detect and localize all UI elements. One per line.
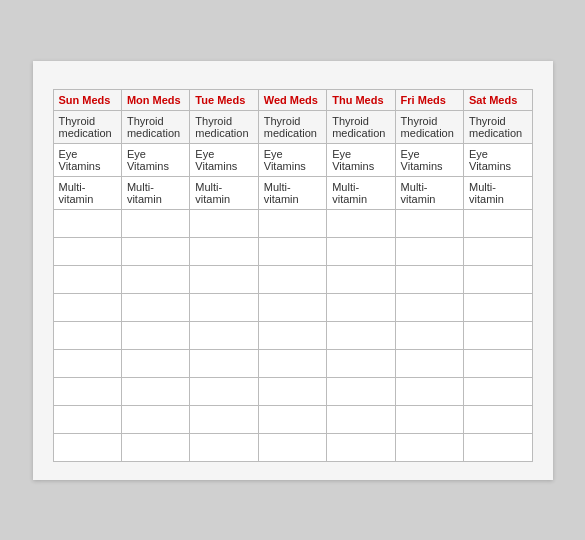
empty-cell	[395, 349, 463, 377]
empty-cell	[53, 209, 121, 237]
cell-wed-1: Eye Vitamins	[258, 143, 326, 176]
col-header-fri: Fri Meds	[395, 89, 463, 110]
empty-cell	[464, 405, 532, 433]
empty-row	[53, 321, 532, 349]
empty-row	[53, 349, 532, 377]
cell-tue-1: Eye Vitamins	[190, 143, 258, 176]
cell-sat-0: Thyroid medication	[464, 110, 532, 143]
medication-schedule-page: Sun MedsMon MedsTue MedsWed MedsThu Meds…	[33, 61, 553, 480]
empty-cell	[121, 433, 189, 461]
empty-row	[53, 265, 532, 293]
empty-cell	[395, 377, 463, 405]
empty-row	[53, 293, 532, 321]
empty-cell	[121, 293, 189, 321]
empty-cell	[121, 405, 189, 433]
cell-sat-1: Eye Vitamins	[464, 143, 532, 176]
empty-cell	[53, 293, 121, 321]
empty-cell	[121, 349, 189, 377]
cell-tue-2: Multi-vitamin	[190, 176, 258, 209]
empty-row	[53, 237, 532, 265]
empty-row	[53, 209, 532, 237]
empty-cell	[53, 405, 121, 433]
cell-sun-2: Multi-vitamin	[53, 176, 121, 209]
col-header-thu: Thu Meds	[327, 89, 395, 110]
empty-cell	[464, 433, 532, 461]
empty-cell	[258, 209, 326, 237]
empty-cell	[258, 265, 326, 293]
empty-cell	[395, 293, 463, 321]
cell-thu-2: Multi-vitamin	[327, 176, 395, 209]
empty-cell	[258, 433, 326, 461]
empty-cell	[53, 321, 121, 349]
cell-thu-0: Thyroid medication	[327, 110, 395, 143]
cell-sat-2: Multi-vitamin	[464, 176, 532, 209]
empty-cell	[464, 321, 532, 349]
empty-cell	[395, 209, 463, 237]
empty-cell	[121, 321, 189, 349]
table-row: Eye VitaminsEye VitaminsEye VitaminsEye …	[53, 143, 532, 176]
cell-thu-1: Eye Vitamins	[327, 143, 395, 176]
empty-cell	[190, 293, 258, 321]
empty-cell	[258, 293, 326, 321]
empty-cell	[190, 405, 258, 433]
empty-cell	[258, 321, 326, 349]
empty-cell	[190, 321, 258, 349]
empty-cell	[395, 321, 463, 349]
col-header-wed: Wed Meds	[258, 89, 326, 110]
empty-cell	[327, 293, 395, 321]
empty-cell	[327, 349, 395, 377]
empty-cell	[121, 209, 189, 237]
cell-sun-1: Eye Vitamins	[53, 143, 121, 176]
col-header-tue: Tue Meds	[190, 89, 258, 110]
empty-cell	[190, 433, 258, 461]
cell-mon-0: Thyroid medication	[121, 110, 189, 143]
empty-cell	[190, 237, 258, 265]
empty-cell	[327, 405, 395, 433]
empty-cell	[258, 349, 326, 377]
empty-cell	[464, 209, 532, 237]
empty-cell	[190, 265, 258, 293]
empty-cell	[464, 237, 532, 265]
table-row: Thyroid medicationThyroid medicationThyr…	[53, 110, 532, 143]
empty-cell	[464, 377, 532, 405]
empty-cell	[53, 349, 121, 377]
empty-cell	[327, 265, 395, 293]
empty-cell	[258, 377, 326, 405]
empty-cell	[258, 405, 326, 433]
empty-cell	[121, 237, 189, 265]
col-header-sun: Sun Meds	[53, 89, 121, 110]
cell-fri-0: Thyroid medication	[395, 110, 463, 143]
empty-cell	[190, 377, 258, 405]
empty-cell	[121, 377, 189, 405]
empty-cell	[395, 433, 463, 461]
empty-row	[53, 377, 532, 405]
empty-cell	[53, 433, 121, 461]
empty-cell	[327, 321, 395, 349]
empty-cell	[327, 433, 395, 461]
empty-cell	[327, 209, 395, 237]
empty-cell	[258, 237, 326, 265]
cell-wed-2: Multi-vitamin	[258, 176, 326, 209]
empty-cell	[464, 265, 532, 293]
cell-wed-0: Thyroid medication	[258, 110, 326, 143]
empty-cell	[327, 237, 395, 265]
cell-fri-2: Multi-vitamin	[395, 176, 463, 209]
empty-cell	[121, 265, 189, 293]
empty-cell	[53, 237, 121, 265]
col-header-sat: Sat Meds	[464, 89, 532, 110]
cell-tue-0: Thyroid medication	[190, 110, 258, 143]
schedule-table: Sun MedsMon MedsTue MedsWed MedsThu Meds…	[53, 89, 533, 462]
empty-cell	[395, 237, 463, 265]
cell-fri-1: Eye Vitamins	[395, 143, 463, 176]
cell-sun-0: Thyroid medication	[53, 110, 121, 143]
empty-cell	[327, 377, 395, 405]
col-header-mon: Mon Meds	[121, 89, 189, 110]
empty-cell	[464, 349, 532, 377]
cell-mon-2: Multi-vitamin	[121, 176, 189, 209]
empty-cell	[464, 293, 532, 321]
empty-cell	[190, 209, 258, 237]
empty-row	[53, 433, 532, 461]
empty-cell	[190, 349, 258, 377]
empty-cell	[395, 265, 463, 293]
table-row: Multi-vitaminMulti-vitaminMulti-vitaminM…	[53, 176, 532, 209]
